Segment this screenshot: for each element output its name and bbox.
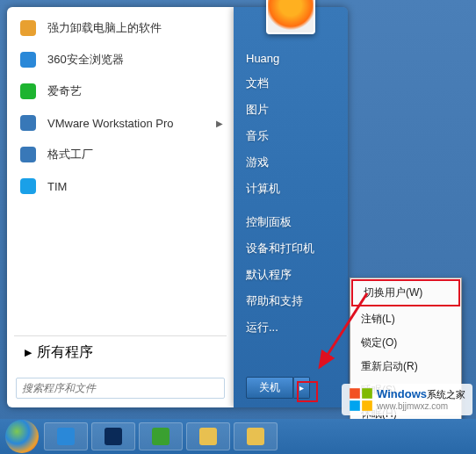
shutdown-button[interactable]: 关机: [246, 377, 293, 399]
svg-rect-8: [362, 388, 372, 399]
right-item[interactable]: 图片: [234, 97, 348, 123]
program-label: 格式工厂: [47, 147, 223, 162]
svg-rect-5: [20, 178, 36, 194]
right-item[interactable]: 设备和打印机: [234, 235, 348, 262]
watermark-title: Windows: [377, 387, 427, 400]
program-label: 360安全浏览器: [47, 52, 223, 68]
triangle-right-icon: ▶: [25, 347, 32, 358]
taskbar-app-folder[interactable]: [186, 422, 230, 450]
program-item-5[interactable]: TIM: [11, 170, 230, 202]
start-right-panel: Huang 文档图片音乐游戏计算机控制面板设备和打印机默认程序帮助和支持运行..…: [234, 7, 348, 407]
svg-rect-2: [20, 83, 36, 99]
watermark: Windows系统之家 www.bjjmwxz.com: [342, 384, 472, 415]
search-container: [16, 378, 225, 399]
svg-rect-13: [152, 428, 169, 445]
all-programs-label: 所有程序: [37, 343, 93, 362]
submenu-item[interactable]: 切换用户(W): [351, 279, 460, 306]
program-label: VMware Workstation Pro: [47, 117, 216, 130]
annotation-highlight-power: [297, 381, 318, 402]
right-item[interactable]: 控制面板: [234, 209, 348, 235]
windows-logo-icon: [349, 387, 373, 412]
start-button[interactable]: [5, 420, 39, 453]
folder2-icon: [246, 427, 265, 446]
program-item-3[interactable]: VMware Workstation Pro▶: [11, 107, 230, 139]
programs-list: 强力卸载电脑上的软件360安全浏览器爱奇艺VMware Workstation …: [7, 7, 234, 332]
right-shortcut-list: Huang 文档图片音乐游戏计算机控制面板设备和打印机默认程序帮助和支持运行..…: [234, 40, 348, 348]
svg-rect-4: [20, 147, 36, 162]
svg-rect-0: [20, 20, 36, 36]
program-item-0[interactable]: 强力卸载电脑上的软件: [11, 12, 230, 44]
photoshop-icon: [104, 427, 123, 446]
taskbar-app-folder2[interactable]: [234, 422, 278, 450]
program-label: TIM: [47, 180, 223, 193]
svg-rect-10: [362, 400, 372, 411]
vmware-icon: [18, 112, 39, 133]
iqiyi-icon: [18, 81, 39, 102]
right-item[interactable]: 帮助和支持: [234, 288, 348, 314]
taskbar-app-photoshop[interactable]: [91, 422, 135, 450]
svg-rect-9: [350, 400, 360, 411]
uninstall-icon: [18, 18, 39, 39]
right-item[interactable]: 游戏: [234, 149, 348, 176]
submenu-item[interactable]: 重新启动(R): [350, 355, 461, 378]
program-item-2[interactable]: 爱奇艺: [11, 76, 230, 107]
svg-rect-11: [57, 428, 75, 445]
taskbar-app-ie[interactable]: [44, 422, 88, 450]
folder-icon: [198, 427, 218, 446]
user-name-item[interactable]: Huang: [234, 47, 348, 70]
right-item[interactable]: 音乐: [234, 123, 348, 149]
taskbar: [0, 419, 476, 454]
program-item-4[interactable]: 格式工厂: [11, 139, 230, 170]
watermark-url: www.bjjmwxz.com: [377, 401, 465, 411]
svg-rect-12: [105, 428, 122, 445]
format-factory-icon: [18, 144, 39, 165]
watermark-suffix: 系统之家: [427, 389, 465, 400]
program-label: 爱奇艺: [47, 83, 223, 99]
ie-icon: [56, 427, 76, 446]
media-icon: [151, 427, 170, 446]
all-programs-button[interactable]: ▶ 所有程序: [14, 335, 227, 369]
right-item[interactable]: 运行...: [234, 314, 348, 341]
program-label: 强力卸载电脑上的软件: [47, 20, 223, 36]
taskbar-app-media[interactable]: [139, 422, 183, 450]
start-menu: 强力卸载电脑上的软件360安全浏览器爱奇艺VMware Workstation …: [7, 7, 234, 407]
svg-rect-14: [199, 428, 217, 445]
right-item[interactable]: 默认程序: [234, 262, 348, 288]
submenu-item[interactable]: 锁定(O): [350, 331, 461, 355]
submenu-item[interactable]: 注销(L): [350, 307, 461, 331]
user-picture[interactable]: [266, 0, 315, 34]
right-item[interactable]: 文档: [234, 70, 348, 97]
svg-rect-15: [247, 428, 264, 445]
svg-rect-7: [350, 388, 360, 399]
svg-rect-1: [20, 52, 36, 68]
svg-rect-3: [20, 115, 36, 131]
search-input[interactable]: [16, 378, 225, 399]
tim-icon: [18, 176, 39, 197]
program-item-1[interactable]: 360安全浏览器: [11, 44, 230, 76]
chevron-right-icon: ▶: [216, 119, 223, 128]
right-item[interactable]: 计算机: [234, 176, 348, 202]
ie360-icon: [18, 49, 39, 70]
